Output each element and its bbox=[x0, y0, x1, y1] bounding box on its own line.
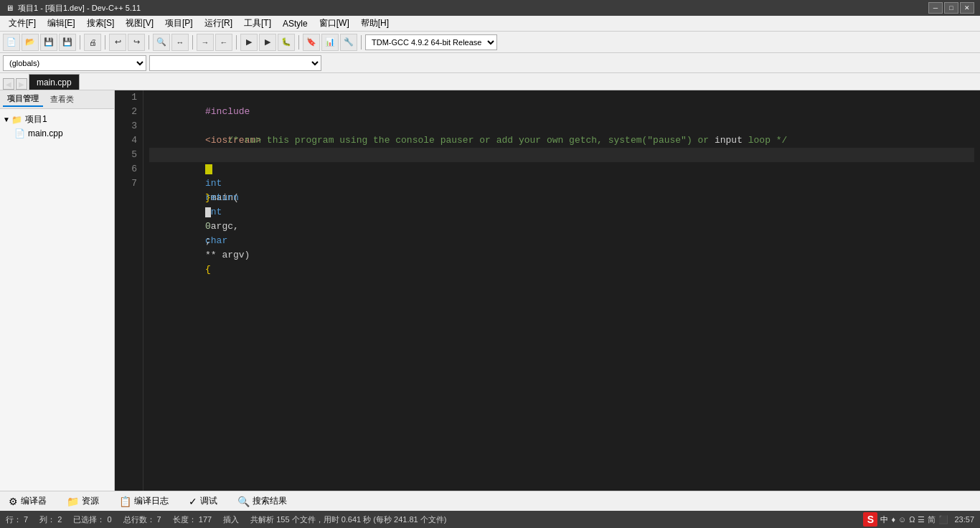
sep4 bbox=[192, 35, 193, 50]
search-results-icon: 🔍 bbox=[237, 496, 250, 507]
sep6 bbox=[298, 35, 299, 50]
status-left: 行： 7 列： 2 已选择： 0 总行数： 7 长度： 177 插入 共解析 1… bbox=[6, 514, 446, 525]
resource-icon: 📁 bbox=[67, 496, 79, 507]
code-area[interactable]: #include <iostream> /* run this program … bbox=[143, 90, 980, 491]
menu-project[interactable]: 项目[P] bbox=[159, 16, 199, 31]
unindent-btn[interactable]: ← bbox=[215, 34, 232, 51]
line-num-7: 7 bbox=[121, 176, 137, 191]
run-btn[interactable]: ▶ bbox=[259, 34, 276, 51]
tab-bar: ◀ ▶ main.cpp bbox=[0, 73, 980, 90]
lang-indicator: 中 bbox=[880, 514, 888, 525]
sidebar-tab-project[interactable]: 项目管理 bbox=[3, 92, 43, 107]
sep3 bbox=[149, 35, 149, 50]
status-selected: 已选择： 0 bbox=[73, 514, 111, 525]
menu-search[interactable]: 搜索[S] bbox=[81, 16, 121, 31]
status-time: 23:57 bbox=[954, 515, 974, 524]
line-numbers: 1 2 3 4 5 6 7 bbox=[115, 90, 143, 491]
debug-btn[interactable]: 🐛 bbox=[278, 34, 295, 51]
main-area: 项目管理 查看类 ▼ 📁 项目1 📄 main.cpp 1 2 3 4 5 bbox=[0, 90, 980, 491]
bookmark-btn[interactable]: 🔖 bbox=[303, 34, 320, 51]
bottom-tab-debug[interactable]: ✓ 调试 bbox=[183, 494, 223, 509]
tab-nav-prev[interactable]: ◀ bbox=[3, 78, 14, 90]
sep7 bbox=[361, 35, 362, 50]
line-num-1: 1 bbox=[121, 90, 137, 105]
scope-select[interactable]: (globals) bbox=[3, 55, 146, 71]
bottom-tab-search-label: 搜索结果 bbox=[253, 495, 287, 507]
line-num-6: 6 bbox=[121, 162, 137, 176]
line-num-2: 2 bbox=[121, 105, 137, 119]
sidebar-tree: ▼ 📁 项目1 📄 main.cpp bbox=[0, 109, 114, 143]
menu-help[interactable]: 帮助[H] bbox=[355, 16, 395, 31]
bottom-tab-resource[interactable]: 📁 资源 bbox=[61, 494, 105, 509]
bottom-tab-compile-log[interactable]: 📋 编译日志 bbox=[113, 494, 174, 509]
status-parse-info: 共解析 155 个文件，用时 0.641 秒 (每秒 241.81 个文件) bbox=[250, 514, 446, 525]
code-line-3: /* run this program using the console pa… bbox=[149, 119, 974, 133]
bottom-tab-search[interactable]: 🔍 搜索结果 bbox=[232, 494, 293, 509]
bottom-tab-compiler[interactable]: ⚙ 编译器 bbox=[3, 494, 52, 509]
tab-main-cpp[interactable]: main.cpp bbox=[29, 74, 80, 90]
app-icon: 🖥 bbox=[6, 4, 14, 12]
compiler-icon: ⚙ bbox=[9, 496, 18, 507]
menu-run[interactable]: 运行[R] bbox=[199, 16, 238, 31]
icon-4: ☰ bbox=[918, 515, 925, 524]
new-btn[interactable]: 📄 bbox=[3, 34, 20, 51]
menu-file[interactable]: 文件[F] bbox=[3, 16, 42, 31]
print-btn[interactable]: 🖨 bbox=[84, 34, 101, 51]
find-btn[interactable]: 🔍 bbox=[153, 34, 170, 51]
code-indent bbox=[205, 178, 250, 189]
code-line-7: } bbox=[149, 176, 974, 191]
menu-astyle[interactable]: AStyle bbox=[277, 17, 314, 30]
compile-log-icon: 📋 bbox=[119, 496, 131, 507]
menu-edit[interactable]: 编辑[E] bbox=[42, 16, 81, 31]
icon-2: ☺ bbox=[898, 515, 906, 524]
logo-area: S 中 ♦ ☺ Ω ☰ 简 ⬛ bbox=[863, 512, 948, 527]
redo-btn[interactable]: ↪ bbox=[128, 34, 145, 51]
undo-btn[interactable]: ↩ bbox=[109, 34, 126, 51]
minimize-button[interactable]: ─ bbox=[928, 2, 943, 14]
bottom-tab-debug-label: 调试 bbox=[200, 495, 217, 507]
comment-line: /* run this program using the console pa… bbox=[205, 135, 787, 146]
tab-nav-next[interactable]: ▶ bbox=[16, 78, 27, 90]
profile-btn[interactable]: 📊 bbox=[321, 34, 339, 51]
status-length: 长度： 177 bbox=[173, 514, 212, 525]
compiler-select[interactable]: TDM-GCC 4.9.2 64-bit Release bbox=[365, 34, 497, 50]
save-btn[interactable]: 💾 bbox=[40, 34, 57, 51]
bottom-tab-compile-log-label: 编译日志 bbox=[134, 495, 169, 507]
menu-tools[interactable]: 工具[T] bbox=[238, 16, 277, 31]
status-bar: 行： 7 列： 2 已选择： 0 总行数： 7 长度： 177 插入 共解析 1… bbox=[0, 511, 980, 528]
menu-view[interactable]: 视图[V] bbox=[120, 16, 159, 31]
sidebar-header: 项目管理 查看类 bbox=[0, 90, 114, 109]
close-button[interactable]: ✕ bbox=[960, 2, 974, 14]
symbol-select[interactable] bbox=[149, 55, 321, 71]
sidebar-tab-class[interactable]: 查看类 bbox=[46, 93, 78, 106]
menu-window[interactable]: 窗口[W] bbox=[314, 16, 355, 31]
debug-icon: ✓ bbox=[189, 496, 197, 507]
file-icon: 📄 bbox=[14, 128, 25, 138]
tree-item-label: main.cpp bbox=[28, 128, 63, 138]
active-line-marker bbox=[205, 164, 212, 174]
indent-btn[interactable]: → bbox=[197, 34, 214, 51]
tree-root[interactable]: ▼ 📁 项目1 bbox=[0, 112, 114, 127]
tree-item-main-cpp[interactable]: 📄 main.cpp bbox=[0, 127, 114, 140]
code-line-6: return 0 ; bbox=[149, 162, 974, 176]
code-line-1: #include <iostream> bbox=[149, 90, 974, 105]
code-editor[interactable]: 1 2 3 4 5 6 7 #include <iostream> /* run… bbox=[115, 90, 980, 491]
toolbar-main: 📄 📂 💾 💾 🖨 ↩ ↪ 🔍 ↔ → ← ▶ ▶ 🐛 🔖 📊 🔧 TDM-GC… bbox=[0, 32, 980, 53]
num-zero: 0 bbox=[205, 221, 211, 232]
bottom-tab-resource-label: 资源 bbox=[82, 495, 99, 507]
code-line-2 bbox=[149, 105, 974, 119]
sep5 bbox=[236, 35, 237, 50]
compile-btn[interactable]: ▶ bbox=[240, 34, 258, 51]
extra-btn[interactable]: 🔧 bbox=[340, 34, 357, 51]
title-bar: 🖥 项目1 - [项目1.dev] - Dev-C++ 5.11 ─ □ ✕ bbox=[0, 0, 980, 16]
open-btn[interactable]: 📂 bbox=[22, 34, 39, 51]
maximize-button[interactable]: □ bbox=[944, 2, 958, 14]
code-argv: ** argv) bbox=[205, 250, 255, 260]
logo-s: S bbox=[863, 512, 877, 527]
status-total-lines: 总行数： 7 bbox=[123, 514, 161, 525]
save-all-btn[interactable]: 💾 bbox=[59, 34, 76, 51]
status-col: 列： 2 bbox=[39, 514, 62, 525]
sep2 bbox=[105, 35, 105, 50]
code-semi: ; bbox=[205, 235, 211, 246]
replace-btn[interactable]: ↔ bbox=[171, 34, 189, 51]
